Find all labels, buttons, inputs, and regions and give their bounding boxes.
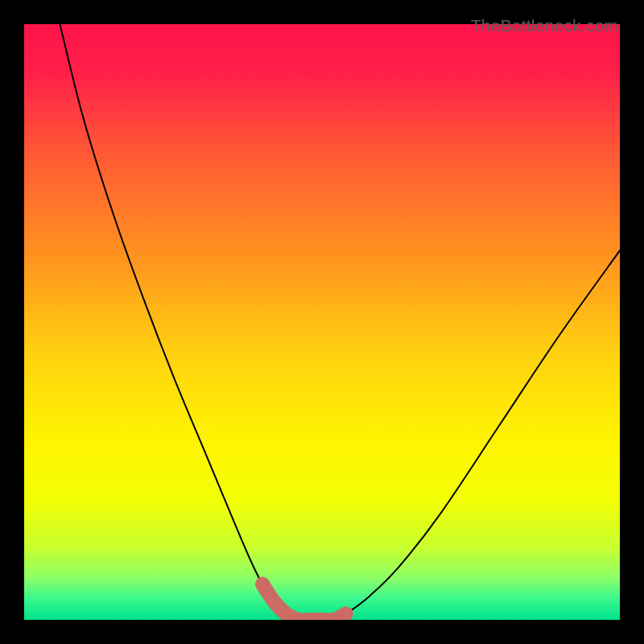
chart-frame: TheBottleneck.com [16,16,628,628]
optimal-range-marker [24,24,620,620]
watermark-text: TheBottleneck.com [471,16,618,35]
plot-area [24,24,620,620]
